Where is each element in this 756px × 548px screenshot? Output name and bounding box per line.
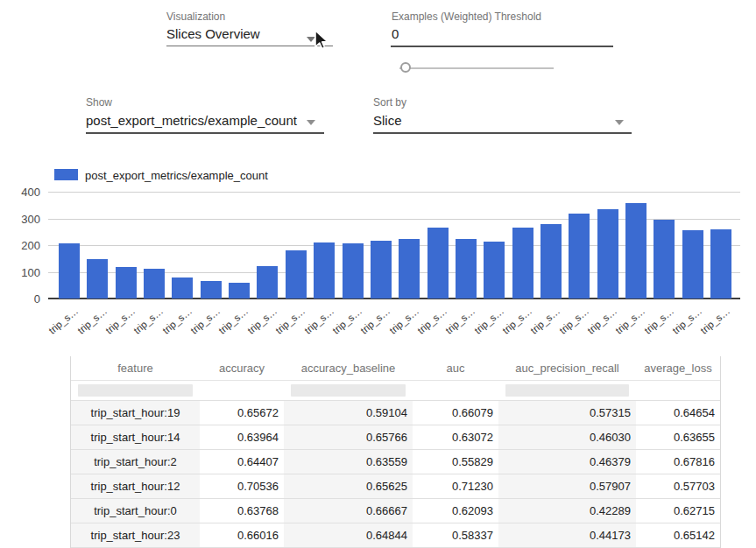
feature-cell: trip_start_hour:19 (71, 401, 200, 425)
metric-cell: 0.66079 (413, 401, 498, 425)
x-axis-label: trip_s… (642, 306, 675, 336)
threshold-underline (391, 46, 613, 47)
visualization-chevron-down-icon (307, 37, 315, 42)
bar-17[interactable] (541, 224, 562, 299)
metric-cell: 0.57315 (498, 401, 636, 425)
filter-row (71, 381, 720, 401)
slider-thumb[interactable] (400, 62, 411, 73)
filter-cell[interactable] (498, 381, 636, 401)
x-axis-label: trip_s… (302, 306, 336, 336)
metric-cell: 0.62715 (636, 499, 720, 523)
sort-by-dropdown[interactable]: Slice (373, 113, 632, 128)
sort-by-underline (373, 132, 632, 134)
table-row: trip_start_hour:120.705360.656250.712300… (71, 474, 720, 499)
metric-cell: 0.42289 (498, 499, 636, 523)
bar-2[interactable] (116, 267, 137, 299)
threshold-input[interactable]: 0 (392, 26, 399, 41)
bar-0[interactable] (59, 243, 80, 299)
legend-label: post_export_metrics/example_count (85, 169, 268, 182)
bar-10[interactable] (343, 243, 364, 299)
x-axis-label: trip_s… (188, 306, 222, 336)
bar-18[interactable] (569, 214, 590, 299)
x-axis-label: trip_s… (557, 306, 590, 336)
metric-cell: 0.63072 (413, 425, 498, 450)
show-dropdown[interactable]: post_export_metrics/example_count (86, 113, 324, 128)
x-axis-label: trip_s… (217, 306, 251, 336)
bar-5[interactable] (201, 281, 222, 299)
metric-cell: 0.57907 (498, 474, 636, 499)
bar-1[interactable] (87, 259, 108, 299)
table-row: trip_start_hour:230.660160.648440.583370… (71, 523, 720, 548)
metric-cell: 0.63559 (284, 450, 413, 474)
metric-cell: 0.55829 (413, 450, 498, 474)
filter-input[interactable] (78, 384, 193, 397)
feature-cell: trip_start_hour:0 (71, 499, 200, 523)
threshold-label: Examples (Weighted) Threshold (392, 11, 541, 23)
filter-input[interactable] (505, 384, 629, 397)
metric-cell: 0.71230 (413, 474, 498, 499)
x-axis-label: trip_s… (245, 306, 279, 336)
column-header-average_loss[interactable]: average_loss (636, 356, 720, 381)
bar-20[interactable] (625, 203, 646, 299)
filter-cell[interactable] (413, 381, 498, 401)
bar-9[interactable] (314, 242, 335, 299)
metric-cell: 0.66016 (200, 523, 284, 548)
sort-by-chevron-down-icon (615, 120, 624, 125)
bar-12[interactable] (399, 239, 420, 299)
slider-track[interactable] (399, 67, 554, 69)
x-axis-label: trip_s… (387, 306, 420, 336)
x-axis-label: trip_s… (529, 306, 562, 336)
bar-8[interactable] (286, 250, 307, 299)
filter-cell[interactable] (71, 381, 200, 401)
metrics-table: featureaccuracyaccuracy_baselineaucauc_p… (70, 356, 721, 548)
x-axis-label: trip_s… (585, 306, 618, 336)
show-underline (86, 132, 324, 134)
y-axis-tick: 0 (0, 292, 40, 306)
table-row: trip_start_hour:20.644070.635590.558290.… (71, 450, 720, 474)
x-axis-label: trip_s… (47, 306, 81, 336)
x-axis-label: trip_s… (330, 306, 364, 336)
column-header-auc_precision_recall[interactable]: auc_precision_recall (498, 356, 636, 381)
filter-cell[interactable] (636, 381, 720, 401)
metric-cell: 0.59104 (284, 401, 413, 425)
bar-11[interactable] (371, 241, 392, 299)
x-axis-label: trip_s… (103, 306, 137, 336)
threshold-slider[interactable] (399, 61, 557, 75)
show-value: post_export_metrics/example_count (86, 113, 324, 128)
slices-overview-app: { "controls": { "visualization": { "labe… (0, 0, 756, 548)
filter-cell[interactable] (284, 381, 413, 401)
metric-cell: 0.58337 (413, 523, 498, 548)
metric-cell: 0.63768 (200, 499, 284, 523)
bar-15[interactable] (484, 242, 505, 299)
metric-cell: 0.63964 (200, 425, 284, 450)
column-header-auc[interactable]: auc (413, 356, 498, 381)
bar-19[interactable] (597, 209, 618, 299)
bar-14[interactable] (456, 239, 477, 299)
metric-cell: 0.65766 (284, 425, 413, 450)
show-chevron-down-icon (307, 120, 315, 125)
bar-22[interactable] (682, 230, 703, 299)
gridline (48, 192, 740, 193)
column-header-accuracy_baseline[interactable]: accuracy_baseline (284, 356, 413, 381)
x-axis-label: trip_s… (500, 306, 533, 336)
filter-input[interactable] (291, 384, 406, 397)
bar-7[interactable] (257, 266, 278, 299)
x-axis-label: trip_s… (614, 306, 647, 336)
metrics-table-grid: featureaccuracyaccuracy_baselineaucauc_p… (71, 356, 720, 548)
bar-23[interactable] (710, 229, 731, 299)
filter-cell[interactable] (200, 381, 284, 401)
metric-cell: 0.67816 (636, 450, 720, 474)
bar-13[interactable] (427, 228, 449, 299)
bar-21[interactable] (654, 220, 675, 299)
metric-cell: 0.64654 (636, 401, 720, 425)
column-header-feature[interactable]: feature (71, 356, 200, 381)
x-axis-label: trip_s… (699, 306, 732, 336)
bar-6[interactable] (229, 283, 250, 299)
visualization-label: Visualization (166, 11, 225, 23)
visualization-underline (166, 46, 333, 46)
bar-4[interactable] (172, 278, 193, 299)
column-header-accuracy[interactable]: accuracy (200, 356, 284, 381)
metric-cell: 0.44173 (498, 523, 636, 548)
bar-16[interactable] (512, 228, 533, 299)
bar-3[interactable] (144, 269, 165, 299)
